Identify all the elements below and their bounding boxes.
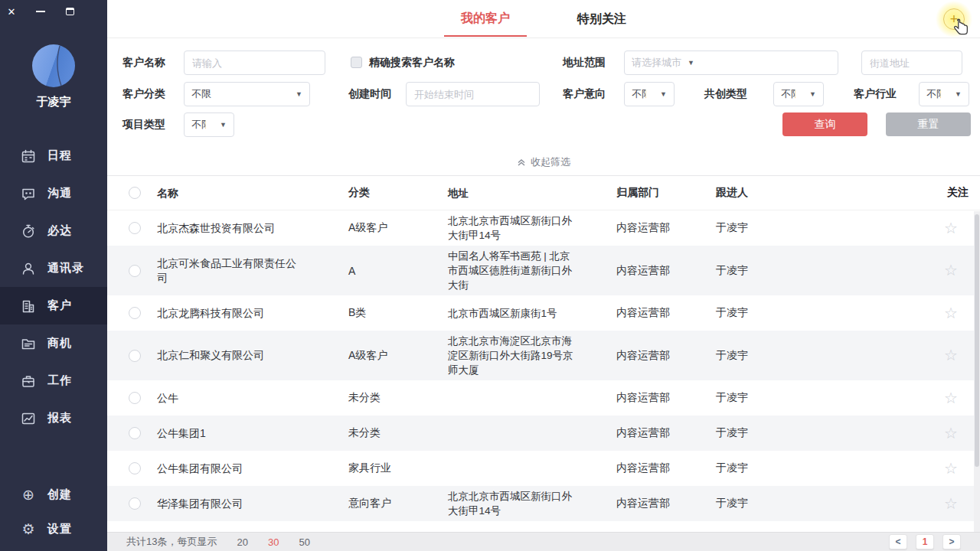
plus-circle-icon: ⊕ [20,487,37,504]
chevron-down-icon: ▼ [660,90,667,98]
city-select-value: 请选择城市 [632,56,681,70]
sidebar-item-customers[interactable]: 客户 [0,287,107,324]
avatar[interactable] [32,44,75,87]
next-page-button[interactable]: > [942,534,961,549]
settings-button[interactable]: ⚙ 设置 [0,512,107,546]
project-type-select[interactable]: 不限 ▼ [184,112,234,137]
cell-address: 北京北京市西城区新街口外大街甲14号 [448,214,578,243]
reset-button[interactable]: 重置 [886,112,971,136]
sidebar-item-label: 沟通 [47,186,72,201]
minimize-icon[interactable] [35,6,46,17]
create-button[interactable]: ⊕ 创建 [0,478,107,512]
sidebar-item-reports[interactable]: 报表 [0,399,107,437]
search-button[interactable]: 查询 [782,112,867,136]
chevron-down-icon: ▼ [220,121,227,129]
header-watch: 关注 [933,186,969,200]
prev-page-button[interactable]: < [889,534,907,549]
tab-special-follow[interactable]: 特别关注 [560,2,643,36]
table-header: 名称 分类 地址 归属部门 跟进人 关注 [107,176,980,210]
page-size-50[interactable]: 50 [299,536,309,548]
cocreate-type-select[interactable]: 不限 ▼ [773,82,824,106]
exact-search-checkbox[interactable] [351,57,362,68]
table-row[interactable]: 公牛集团1 未分类 内容运营部 于凌宇 ☆ [107,416,980,451]
table-row[interactable]: 北京可米食品工业有限责任公司 A 中国名人将军书画苑 | 北京市西城区德胜街道新… [107,246,980,295]
row-radio[interactable] [129,307,141,319]
star-icon[interactable]: ☆ [944,425,958,442]
sidebar-item-work[interactable]: 工作 [0,362,107,399]
table-row[interactable]: 公牛 未分类 内容运营部 于凌宇 ☆ [107,380,980,416]
row-radio[interactable] [129,497,141,510]
chevron-down-icon: ▼ [955,90,962,98]
cell-category: 家具行业 [348,461,440,475]
add-customer-button[interactable]: + [936,1,972,37]
sidebar-item-label: 商机 [47,336,72,350]
row-radio[interactable] [129,265,141,277]
customer-intent-select[interactable]: 不限 ▼ [624,82,675,106]
customer-category-select[interactable]: 不限 ▼ [184,82,310,106]
star-icon[interactable]: ☆ [944,347,958,364]
select-all-radio[interactable] [129,187,141,199]
table-row[interactable]: 北京仁和聚义有限公司 A级客户 北京北京市海淀区北京市海淀区新街口外大街路19号… [107,331,980,380]
customer-industry-select[interactable]: 不限 ▼ [919,82,969,106]
header-name: 名称 [157,186,299,201]
table-row[interactable]: 北京龙腾科技有限公司 B类 北京市西城区新康街1号 内容运营部 于凌宇 ☆ [107,295,980,331]
row-radio[interactable] [129,222,141,234]
star-icon[interactable]: ☆ [944,495,958,512]
cell-follower: 于凌宇 [716,264,838,278]
user-name: 于凌宇 [0,95,107,109]
star-icon[interactable]: ☆ [944,262,958,279]
cell-department: 内容运营部 [616,264,701,278]
page-size-20[interactable]: 20 [237,536,247,548]
cell-name: 公牛集团有限公司 [157,461,299,476]
customer-intent-label: 客户意向 [563,82,606,106]
cell-category: A级客户 [348,349,440,363]
star-icon[interactable]: ☆ [944,220,958,236]
city-select[interactable]: 请选择城市 ▼ [624,51,838,75]
sidebar-item-bida[interactable]: 必达 [0,212,107,249]
star-icon[interactable]: ☆ [944,390,958,406]
cell-department: 内容运营部 [616,349,701,363]
cell-follower: 于凌宇 [716,497,838,510]
filter-panel: 客户名称 精确搜索客户名称 地址范围 请选择城市 ▼ 客户分类 不限 ▼ 创建时… [107,38,980,176]
row-radio[interactable] [129,427,141,439]
customer-name-input[interactable] [184,51,325,75]
close-icon[interactable]: ✕ [6,6,17,17]
row-radio[interactable] [129,350,141,362]
customer-industry-label: 客户行业 [854,82,897,106]
table-row[interactable]: 北京杰森世投资有限公司 A级客户 北京北京市西城区新街口外大街甲14号 内容运营… [107,210,980,246]
table-row[interactable]: 华泽集团有限公司 意向客户 北京北京市西城区新街口外大街甲14号 内容运营部 于… [107,486,980,521]
customer-category-value: 不限 [191,87,211,101]
create-time-input[interactable] [406,82,540,106]
table-row[interactable]: 公牛集团有限公司 家具行业 内容运营部 于凌宇 ☆ [107,451,980,486]
cell-follower: 于凌宇 [716,349,838,363]
sidebar-item-contacts[interactable]: 通讯录 [0,249,107,287]
topbar: 我的客户 特别关注 + [107,0,980,38]
row-radio[interactable] [129,392,141,404]
gear-icon: ⚙ [20,521,37,538]
sidebar-item-opportunities[interactable]: 商机 [0,324,107,362]
cell-department: 内容运营部 [616,306,701,320]
sidebar-item-communication[interactable]: 沟通 [0,174,107,212]
row-radio[interactable] [129,462,141,474]
scrollbar-thumb[interactable] [975,214,979,467]
page-size-30[interactable]: 30 [268,536,279,548]
star-icon[interactable]: ☆ [944,305,958,321]
header-category: 分类 [348,186,440,200]
collapse-filter-link[interactable]: 收起筛选 [107,155,980,169]
exact-search-label: 精确搜索客户名称 [369,51,455,75]
sidebar-item-schedule[interactable]: 日程 [0,137,107,174]
tab-my-customers[interactable]: 我的客户 [444,1,527,37]
cell-department: 内容运营部 [616,426,701,440]
cocreate-type-value: 不限 [781,87,795,101]
current-page-button[interactable]: 1 [916,534,934,549]
sidebar-item-label: 工作 [47,373,72,388]
customer-name-label: 客户名称 [122,51,165,75]
maximize-icon[interactable] [64,6,75,17]
window-controls: ✕ [0,0,107,23]
cell-department: 内容运营部 [616,461,701,475]
street-address-input[interactable] [861,51,962,75]
customer-industry-value: 不限 [926,87,941,101]
chevron-down-icon: ▼ [296,90,302,98]
star-icon[interactable]: ☆ [944,460,958,477]
cell-address: 中国名人将军书画苑 | 北京市西城区德胜街道新街口外大街 [448,249,578,292]
